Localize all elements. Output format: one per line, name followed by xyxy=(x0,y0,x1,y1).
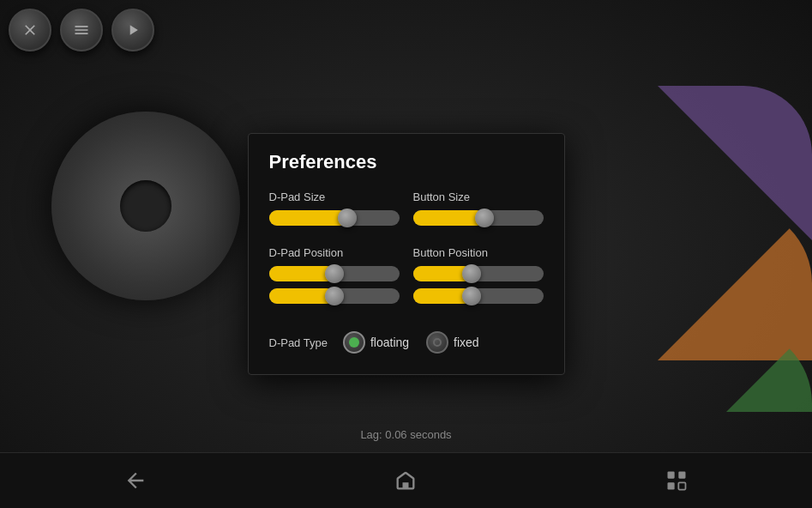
dpad-pos-x-thumb[interactable] xyxy=(325,264,344,283)
dpad-size-fill xyxy=(269,210,347,226)
dpad-position-x-track xyxy=(269,266,400,281)
radio-floating[interactable]: floating xyxy=(343,331,409,354)
radio-fixed-label: fixed xyxy=(454,336,479,349)
dpad-size-section: D-Pad Size xyxy=(269,190,406,246)
dpad-position-section: D-Pad Position xyxy=(269,246,406,324)
button-position-section: Button Position xyxy=(406,246,544,324)
dpad-size-track xyxy=(269,210,400,226)
btn-pos-y-thumb[interactable] xyxy=(462,287,481,305)
radio-fixed-circle[interactable] xyxy=(426,331,448,354)
radio-floating-dot xyxy=(349,337,359,348)
dpad-position-y-track xyxy=(269,288,400,304)
btn-pos-x-thumb[interactable] xyxy=(462,264,481,283)
button-position-x-track xyxy=(413,266,544,281)
dialog-title: Preferences xyxy=(269,151,544,173)
dpad-type-label: D-Pad Type xyxy=(269,336,328,349)
button-size-fill xyxy=(413,210,485,226)
button-size-slider[interactable] xyxy=(413,210,544,226)
button-size-thumb[interactable] xyxy=(475,209,494,227)
button-size-label: Button Size xyxy=(413,190,544,203)
button-position-label: Button Position xyxy=(413,246,544,259)
dpad-position-label: D-Pad Position xyxy=(269,246,400,259)
button-position-y-track xyxy=(413,288,544,304)
dpad-size-thumb[interactable] xyxy=(338,209,357,227)
dpad-size-slider[interactable] xyxy=(269,210,400,226)
radio-fixed-dot xyxy=(433,338,442,347)
dpad-size-label: D-Pad Size xyxy=(269,190,400,203)
dpad-type-row: D-Pad Type floating fixed xyxy=(269,331,544,354)
preferences-grid: D-Pad Size Button Size xyxy=(269,190,544,324)
button-size-track xyxy=(413,210,544,226)
radio-floating-label: floating xyxy=(370,336,409,349)
dpad-pos-y-thumb[interactable] xyxy=(325,287,344,305)
dpad-position-x-slider[interactable] xyxy=(269,266,400,281)
dialog-backdrop: Preferences D-Pad Size Button Size xyxy=(0,0,812,508)
preferences-dialog: Preferences D-Pad Size Button Size xyxy=(248,133,565,375)
dpad-position-y-slider[interactable] xyxy=(269,288,400,304)
radio-floating-circle[interactable] xyxy=(343,331,365,354)
button-position-x-slider[interactable] xyxy=(413,266,544,281)
button-position-y-slider[interactable] xyxy=(413,288,544,304)
button-size-section: Button Size xyxy=(406,190,544,246)
radio-fixed[interactable]: fixed xyxy=(426,331,479,354)
